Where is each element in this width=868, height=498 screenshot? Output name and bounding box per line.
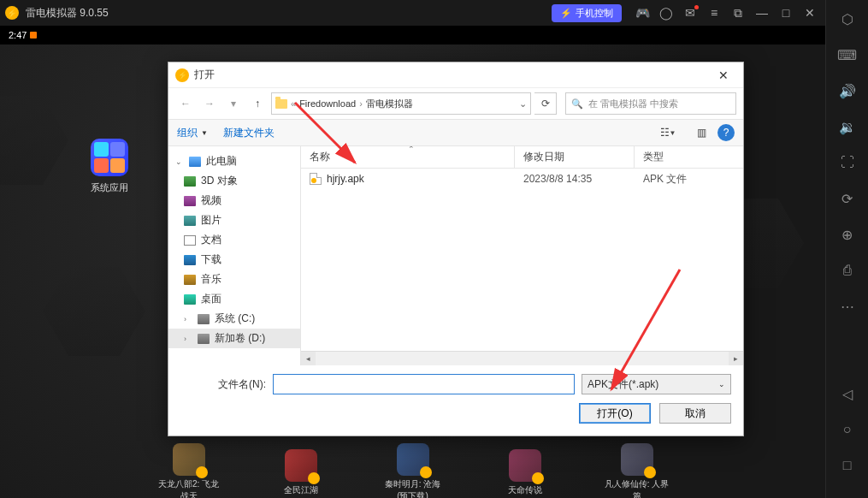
volume-down-icon[interactable]: 🔉: [834, 115, 861, 139]
apk-file-icon: [310, 173, 322, 185]
horizontal-scrollbar[interactable]: ◂ ▸: [301, 351, 743, 365]
breadcrumb-sep: «: [291, 98, 296, 109]
help-button[interactable]: ?: [717, 124, 735, 141]
tree-this-pc[interactable]: ⌄此电脑: [168, 151, 300, 171]
phone-control-button[interactable]: ⚡手机控制: [552, 4, 622, 22]
gamepad-icon[interactable]: 🎮: [630, 1, 654, 25]
search-icon: 🔍: [571, 98, 583, 110]
dialog-toolbar: 组织 ▼ 新建文件夹 ☷ ▼ ▥ ?: [168, 119, 743, 146]
tree-pictures[interactable]: 图片: [168, 210, 300, 230]
filetype-select[interactable]: APK文件(*.apk)⌄: [582, 374, 731, 394]
column-type[interactable]: 类型: [635, 146, 743, 168]
maximize-icon[interactable]: □: [774, 1, 798, 25]
breadcrumb-seg2[interactable]: 雷电模拟器: [366, 98, 413, 110]
right-sidebar: ⬡ ⌨ 🔊 🔉 ⛶ ⟳ ⊕ ⎙ ⋯ ◁ ○ □: [825, 0, 868, 498]
address-dropdown-icon[interactable]: ⌄: [519, 98, 527, 110]
preview-pane-button[interactable]: ▥: [690, 123, 712, 142]
file-list[interactable]: hjrjy.apk 2023/8/8 14:35 APK 文件: [301, 169, 743, 351]
dock-item-3[interactable]: 秦时明月: 沧海 (预下载): [378, 443, 447, 499]
search-input[interactable]: 🔍 在 雷电模拟器 中搜索: [565, 92, 736, 115]
file-row[interactable]: hjrjy.apk 2023/8/8 14:35 APK 文件: [301, 169, 743, 189]
dock-item-5[interactable]: 凡人修仙传: 人界篇: [602, 443, 671, 499]
organize-button[interactable]: 组织 ▼: [177, 126, 208, 140]
multi-window-icon[interactable]: ⧉: [726, 1, 750, 25]
scroll-right-icon[interactable]: ▸: [729, 352, 743, 366]
file-date: 2023/8/8 14:35: [515, 173, 635, 185]
file-list-header: ⌃ 名称 修改日期 类型: [301, 146, 743, 169]
dialog-nav-bar: ← → ▾ ↑ « Firedownload › 雷电模拟器 ⌄ ⟳ 🔍 在 雷…: [168, 88, 743, 119]
volume-up-icon[interactable]: 🔊: [834, 79, 861, 103]
nav-recent-dropdown[interactable]: ▾: [223, 93, 244, 114]
menu-icon[interactable]: ≡: [702, 1, 726, 25]
dialog-logo-icon: ⚡: [175, 68, 189, 82]
nav-back-button[interactable]: ←: [175, 93, 196, 114]
screenshot-icon[interactable]: ⎙: [834, 258, 861, 282]
location-icon[interactable]: ⬡: [834, 7, 861, 31]
emulator-logo-icon: ⚡: [5, 6, 19, 20]
scroll-left-icon[interactable]: ◂: [301, 352, 316, 366]
fullscreen-icon[interactable]: ⛶: [834, 151, 861, 175]
recent-nav-icon[interactable]: □: [834, 454, 861, 477]
dialog-footer: 文件名(N): APK文件(*.apk)⌄ 打开(O) 取消: [168, 365, 743, 436]
file-name: hjrjy.apk: [327, 173, 364, 185]
dialog-titlebar: ⚡ 打开 ✕: [168, 62, 743, 88]
emulator-title: 雷电模拟器 9.0.55: [26, 6, 109, 21]
install-icon[interactable]: ⊕: [834, 222, 861, 246]
tree-music[interactable]: 音乐: [168, 270, 300, 289]
system-app-label: 系统应用: [86, 181, 133, 194]
dock-item-4[interactable]: 天命传说: [490, 449, 559, 496]
dock: 天龙八部2: 飞龙战天 全民江湖 秦时明月: 沧海 (预下载) 天命传说 凡人修…: [0, 447, 825, 498]
phone-control-label: 手机控制: [576, 7, 613, 20]
breadcrumb-seg1[interactable]: Firedownload: [299, 98, 356, 109]
bolt-icon: ⚡: [560, 8, 572, 19]
minimize-icon[interactable]: —: [750, 1, 774, 25]
tree-videos[interactable]: 视频: [168, 191, 300, 210]
folder-tree: ⌄此电脑 3D 对象 视频 图片 文档 下载 音乐 桌面 ›系统 (C:) ›新…: [168, 146, 301, 365]
sort-indicator-icon: ⌃: [408, 146, 415, 153]
column-date[interactable]: 修改日期: [515, 146, 635, 168]
file-list-area: ⌃ 名称 修改日期 类型 hjrjy.apk 2023/8/8 14:35 AP…: [301, 146, 743, 365]
dock-item-label: 全民江湖: [266, 484, 335, 496]
file-open-dialog: ⚡ 打开 ✕ ← → ▾ ↑ « Firedownload › 雷电模拟器 ⌄ …: [168, 62, 744, 436]
tree-drive-d[interactable]: ›新加卷 (D:): [168, 329, 300, 348]
dialog-close-button[interactable]: ✕: [711, 68, 736, 82]
tree-drive-c[interactable]: ›系统 (C:): [168, 309, 300, 329]
status-time: 2:47: [9, 30, 27, 40]
open-button[interactable]: 打开(O): [579, 403, 651, 424]
keyboard-icon[interactable]: ⌨: [834, 43, 861, 67]
home-nav-icon[interactable]: ○: [834, 418, 861, 442]
filename-input[interactable]: [273, 374, 575, 394]
dock-item-1[interactable]: 天龙八部2: 飞龙战天: [154, 443, 223, 499]
dock-item-label: 秦时明月: 沧海 (预下载): [378, 478, 447, 499]
view-mode-button[interactable]: ☷ ▼: [651, 123, 685, 142]
refresh-icon[interactable]: ⟳: [834, 187, 861, 210]
tree-desktop[interactable]: 桌面: [168, 289, 300, 309]
tree-downloads[interactable]: 下载: [168, 250, 300, 270]
address-bar[interactable]: « Firedownload › 雷电模拟器 ⌄: [271, 92, 531, 115]
tree-documents[interactable]: 文档: [168, 230, 300, 250]
filename-label: 文件名(N):: [180, 377, 266, 392]
nav-up-button[interactable]: ↑: [247, 93, 268, 114]
dock-item-label: 天龙八部2: 飞龙战天: [154, 478, 223, 499]
user-icon[interactable]: ◯: [654, 1, 678, 25]
android-status-bar: 2:47 ▾ ◢ ▮: [0, 26, 868, 44]
back-nav-icon[interactable]: ◁: [834, 382, 861, 406]
tree-3d-objects[interactable]: 3D 对象: [168, 171, 300, 191]
status-indicator-icon: [30, 32, 37, 39]
search-placeholder: 在 雷电模拟器 中搜索: [588, 98, 678, 110]
emulator-titlebar: ⚡ 雷电模拟器 9.0.55 ⚡手机控制 🎮 ◯ ✉ ≡ ⧉ — □ ✕ ≪: [0, 0, 868, 26]
dock-item-2[interactable]: 全民江湖: [266, 449, 335, 496]
system-app-icon[interactable]: 系统应用: [86, 139, 133, 194]
dock-item-label: 天命传说: [490, 484, 559, 496]
dock-item-label: 凡人修仙传: 人界篇: [602, 478, 671, 499]
cancel-button[interactable]: 取消: [659, 403, 731, 424]
dialog-title: 打开: [194, 68, 215, 82]
mail-icon[interactable]: ✉: [678, 1, 702, 25]
nav-forward-button[interactable]: →: [199, 93, 220, 114]
refresh-button[interactable]: ⟳: [534, 92, 557, 115]
folder-icon: [275, 99, 287, 109]
new-folder-button[interactable]: 新建文件夹: [223, 126, 275, 140]
close-app-icon[interactable]: ✕: [798, 1, 822, 25]
file-type: APK 文件: [635, 172, 743, 187]
more-icon[interactable]: ⋯: [834, 294, 861, 318]
